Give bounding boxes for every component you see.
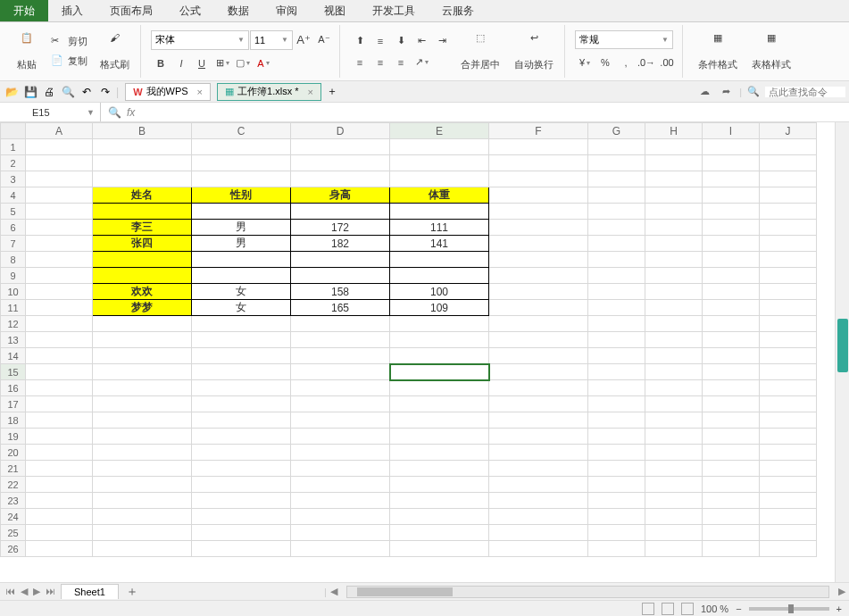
cell-I10[interactable]	[703, 284, 760, 300]
share-icon[interactable]: ➦	[718, 84, 734, 100]
cell-J26[interactable]	[760, 541, 817, 557]
indent-increase-button[interactable]: ⇥	[432, 31, 452, 51]
cell-I26[interactable]	[703, 541, 760, 557]
col-header-B[interactable]: B	[93, 123, 192, 139]
cell-I20[interactable]	[703, 445, 760, 461]
cell-C13[interactable]	[192, 332, 291, 348]
cell-E25[interactable]	[390, 525, 489, 541]
cell-J15[interactable]	[760, 364, 817, 380]
tab-dev-tools[interactable]: 开发工具	[359, 0, 429, 21]
cell-H16[interactable]	[645, 380, 703, 396]
zoom-out-button[interactable]: −	[736, 604, 741, 614]
cell-D12[interactable]	[291, 316, 390, 332]
col-header-C[interactable]: C	[192, 123, 291, 139]
cell-E4[interactable]: 体重	[390, 187, 489, 204]
cell-B23[interactable]	[93, 493, 192, 509]
cell-F9[interactable]	[489, 268, 588, 284]
cell-D5[interactable]	[291, 204, 390, 220]
print-icon[interactable]: 🖨	[41, 84, 57, 100]
cell-B18[interactable]	[93, 412, 192, 429]
cell-E20[interactable]	[390, 445, 489, 461]
col-header-D[interactable]: D	[291, 123, 390, 139]
cell-D9[interactable]	[291, 268, 390, 284]
cell-H18[interactable]	[645, 412, 703, 429]
cell-B16[interactable]	[93, 380, 192, 396]
cell-D19[interactable]	[291, 429, 390, 445]
align-top-button[interactable]: ⬆	[350, 31, 370, 51]
cell-J23[interactable]	[760, 493, 817, 509]
cell-F16[interactable]	[489, 380, 588, 396]
comma-button[interactable]: ,	[616, 53, 636, 72]
cell-B13[interactable]	[93, 332, 192, 348]
cell-E24[interactable]	[390, 509, 489, 525]
cell-G1[interactable]	[588, 139, 645, 155]
cell-G23[interactable]	[588, 493, 645, 509]
cell-E18[interactable]	[390, 412, 489, 429]
wrap-text-button[interactable]: ↩ 自动换行	[509, 29, 559, 75]
cell-B6[interactable]: 李三	[93, 220, 192, 236]
paste-button[interactable]: 📋 粘贴	[10, 29, 44, 75]
cell-F20[interactable]	[489, 445, 588, 461]
cell-F4[interactable]	[489, 187, 588, 204]
conditional-format-button[interactable]: ▦ 条件格式	[693, 29, 743, 75]
cell-D4[interactable]: 身高	[291, 187, 390, 204]
cell-F18[interactable]	[489, 412, 588, 429]
row-header-24[interactable]: 24	[1, 509, 26, 525]
cell-D23[interactable]	[291, 493, 390, 509]
cell-J25[interactable]	[760, 525, 817, 541]
cell-F11[interactable]	[489, 300, 588, 316]
command-search-input[interactable]	[765, 87, 845, 97]
cell-A21[interactable]	[26, 461, 93, 477]
cell-C11[interactable]: 女	[192, 300, 291, 316]
cell-A9[interactable]	[26, 268, 93, 284]
cell-I7[interactable]	[703, 236, 760, 252]
row-header-1[interactable]: 1	[1, 139, 26, 155]
row-header-12[interactable]: 12	[1, 316, 26, 332]
cell-I3[interactable]	[703, 171, 760, 187]
cell-A24[interactable]	[26, 509, 93, 525]
cell-D17[interactable]	[291, 396, 390, 412]
orientation-button[interactable]: ↗▾	[412, 53, 431, 72]
cell-G24[interactable]	[588, 509, 645, 525]
cell-B26[interactable]	[93, 541, 192, 557]
cell-H12[interactable]	[645, 316, 703, 332]
row-header-16[interactable]: 16	[1, 380, 26, 396]
cell-F2[interactable]	[489, 155, 588, 171]
cell-J17[interactable]	[760, 396, 817, 412]
cell-D2[interactable]	[291, 155, 390, 171]
close-icon[interactable]: ×	[197, 87, 203, 97]
col-header-E[interactable]: E	[390, 123, 489, 139]
cell-B10[interactable]: 欢欢	[93, 284, 192, 300]
cell-G12[interactable]	[588, 316, 645, 332]
sheet-tab[interactable]: Sheet1	[61, 584, 119, 599]
sheet-next-icon[interactable]: ▶	[31, 586, 42, 597]
row-header-18[interactable]: 18	[1, 412, 26, 429]
cell-G8[interactable]	[588, 252, 645, 268]
row-header-4[interactable]: 4	[1, 187, 26, 204]
fx-icon[interactable]: fx	[127, 106, 135, 119]
cell-E8[interactable]	[390, 252, 489, 268]
cell-B15[interactable]	[93, 364, 192, 380]
cell-G3[interactable]	[588, 171, 645, 187]
cell-H8[interactable]	[645, 252, 703, 268]
cell-G11[interactable]	[588, 300, 645, 316]
redo-icon[interactable]: ↷	[97, 84, 113, 100]
save-icon[interactable]: 💾	[22, 84, 38, 100]
cell-C10[interactable]: 女	[192, 284, 291, 300]
cell-G21[interactable]	[588, 461, 645, 477]
cell-F17[interactable]	[489, 396, 588, 412]
cell-H21[interactable]	[645, 461, 703, 477]
horizontal-scrollbar[interactable]	[346, 586, 829, 598]
cell-G26[interactable]	[588, 541, 645, 557]
increase-decimal-button[interactable]: .0→	[637, 53, 656, 72]
cell-B9[interactable]	[93, 268, 192, 284]
cell-A11[interactable]	[26, 300, 93, 316]
cell-F7[interactable]	[489, 236, 588, 252]
underline-button[interactable]: U	[192, 54, 212, 73]
cell-F12[interactable]	[489, 316, 588, 332]
cell-A20[interactable]	[26, 445, 93, 461]
cell-C21[interactable]	[192, 461, 291, 477]
decrease-font-button[interactable]: A⁻	[314, 30, 334, 50]
font-color-button[interactable]: A▾	[254, 54, 273, 73]
cut-button[interactable]: ✂剪切	[47, 33, 91, 51]
